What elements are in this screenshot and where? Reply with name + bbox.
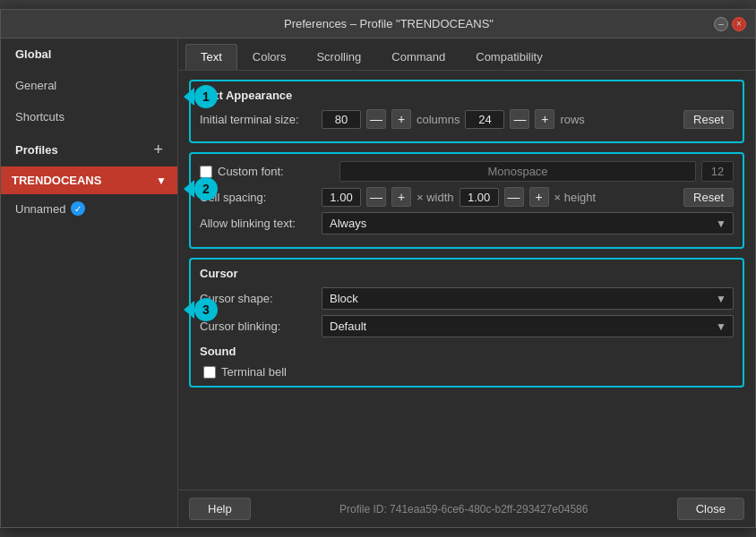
custom-font-row: Custom font:	[200, 161, 734, 182]
preferences-dialog: Preferences – Profile "TRENDOCEANS" – × …	[0, 9, 756, 528]
active-profile-label: TRENDOCEANS	[12, 174, 101, 187]
unnamed-label: Unnamed	[15, 202, 65, 216]
cursor-shape-select-wrap: Block I-Beam Underline ▼	[322, 287, 734, 310]
custom-font-label: Custom font:	[218, 165, 334, 178]
text-appearance-section: Text Appearance Initial terminal size: —…	[189, 80, 744, 143]
cursor-shape-label: Cursor shape:	[200, 292, 316, 305]
cell-height-input[interactable]	[460, 188, 499, 207]
text-appearance-title: Text Appearance	[200, 89, 734, 102]
cursor-section-title: Cursor	[200, 267, 734, 280]
default-profile-check-icon: ✓	[71, 201, 85, 216]
cursor-blink-select-wrap: Default On Off ▼	[322, 315, 734, 337]
cursor-shape-select[interactable]: Block I-Beam Underline	[322, 287, 734, 310]
profile-dropdown-arrow: ▼	[156, 175, 167, 187]
titlebar-title: Preferences – Profile "TRENDOCEANS"	[64, 17, 714, 30]
cursor-section: Cursor Cursor shape: Block I-Beam Underl…	[189, 258, 744, 388]
profiles-header: Profiles +	[1, 132, 177, 166]
profile-id-text: Profile ID: 741eaa59-6ce6-480c-b2ff-2934…	[339, 503, 588, 516]
cursor-shape-row: Cursor shape: Block I-Beam Underline ▼	[200, 287, 734, 310]
columns-input[interactable]	[322, 110, 361, 129]
sidebar-item-general[interactable]: General	[1, 70, 177, 101]
tab-scrolling[interactable]: Scrolling	[301, 44, 376, 70]
cell-width-label: × width	[417, 191, 454, 204]
cell-height-decrement-button[interactable]: —	[504, 187, 524, 207]
sound-title: Sound	[200, 345, 734, 358]
terminal-size-row: Initial terminal size: — + columns — + r…	[200, 109, 734, 129]
cell-spacing-row: Cell spacing: — + × width — + × height R…	[200, 187, 734, 207]
cell-height-label: × height	[554, 191, 597, 204]
sidebar-item-global[interactable]: Global	[1, 38, 177, 70]
help-button[interactable]: Help	[189, 498, 251, 520]
sound-subsection: Sound Terminal bell	[200, 345, 734, 379]
cell-width-decrement-button[interactable]: —	[366, 187, 386, 207]
terminal-size-reset-button[interactable]: Reset	[683, 110, 734, 129]
rows-input[interactable]	[465, 110, 504, 129]
blink-text-row: Allow blinking text: Always Never Defaul…	[200, 212, 734, 234]
initial-size-label: Initial terminal size:	[200, 113, 316, 126]
rows-label: rows	[560, 113, 584, 126]
tab-colors[interactable]: Colors	[237, 44, 302, 70]
columns-decrement-button[interactable]: —	[366, 109, 386, 129]
cursor-blink-select[interactable]: Default On Off	[322, 315, 734, 337]
blink-text-label: Allow blinking text:	[200, 217, 316, 230]
blink-text-select[interactable]: Always Never Default	[322, 212, 734, 234]
profiles-label: Profiles	[15, 143, 58, 157]
tabs-bar: Text Colors Scrolling Command Compatibil…	[178, 38, 755, 71]
font-name-input[interactable]	[339, 161, 696, 182]
close-window-button[interactable]: ×	[732, 17, 746, 31]
sidebar-item-shortcuts[interactable]: Shortcuts	[1, 101, 177, 132]
font-size-input[interactable]	[701, 161, 734, 182]
active-profile-item[interactable]: TRENDOCEANS ▼	[1, 166, 177, 194]
terminal-bell-checkbox[interactable]	[203, 366, 216, 379]
titlebar-controls: – ×	[714, 17, 746, 31]
cell-spacing-reset-button[interactable]: Reset	[683, 188, 734, 207]
tab-compatibility[interactable]: Compatibility	[460, 44, 557, 70]
cell-width-input[interactable]	[322, 188, 361, 207]
cell-spacing-label: Cell spacing:	[200, 191, 316, 204]
custom-font-checkbox[interactable]	[200, 166, 212, 178]
add-profile-button[interactable]: +	[153, 141, 163, 158]
rows-decrement-button[interactable]: —	[510, 109, 529, 129]
custom-font-checkbox-row: Custom font:	[200, 165, 334, 178]
unnamed-profile-item[interactable]: Unnamed ✓	[1, 194, 177, 223]
content-area: Text Colors Scrolling Command Compatibil…	[178, 38, 755, 527]
columns-label: columns	[417, 113, 460, 126]
font-section: Custom font: Cell spacing: — + × width —	[189, 152, 744, 249]
sidebar: Global General Shortcuts Profiles + TREN…	[1, 38, 178, 527]
rows-increment-button[interactable]: +	[535, 109, 554, 129]
tab-text[interactable]: Text	[185, 44, 237, 70]
cursor-blink-label: Cursor blinking:	[200, 320, 316, 333]
cell-height-increment-button[interactable]: +	[529, 187, 549, 207]
main-content: Global General Shortcuts Profiles + TREN…	[1, 38, 755, 527]
blink-select-wrap: Always Never Default ▼	[322, 212, 734, 234]
footer: Help Profile ID: 741eaa59-6ce6-480c-b2ff…	[178, 490, 755, 527]
terminal-bell-row: Terminal bell	[200, 365, 734, 379]
cursor-blink-row: Cursor blinking: Default On Off ▼	[200, 315, 734, 337]
terminal-bell-label: Terminal bell	[221, 365, 287, 379]
settings-body: Text Appearance Initial terminal size: —…	[178, 71, 755, 490]
close-button[interactable]: Close	[677, 498, 744, 520]
minimize-button[interactable]: –	[714, 17, 728, 31]
cell-width-increment-button[interactable]: +	[391, 187, 411, 207]
columns-increment-button[interactable]: +	[391, 109, 411, 129]
tab-command[interactable]: Command	[376, 44, 460, 70]
titlebar: Preferences – Profile "TRENDOCEANS" – ×	[1, 10, 755, 38]
